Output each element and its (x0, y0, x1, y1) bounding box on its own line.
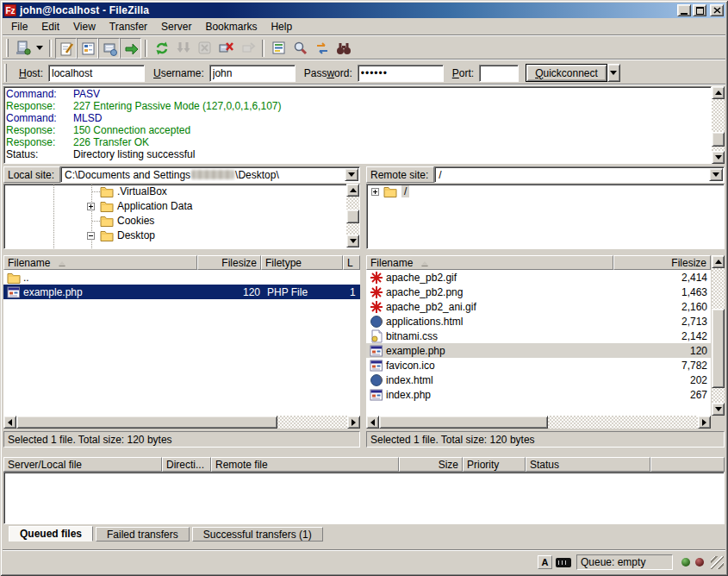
tree-expander-plus[interactable] (87, 203, 95, 210)
queue-column-size[interactable]: Size (399, 457, 463, 472)
maximize-button[interactable] (693, 4, 706, 16)
menu-help[interactable]: Help (264, 20, 299, 34)
refresh-file-lists-button[interactable] (151, 38, 172, 59)
tree-item-desktop[interactable]: Desktop (4, 229, 359, 243)
file-row[interactable]: apache_pb2_ani.gif2,160 (366, 299, 711, 314)
filename-text: .. (23, 272, 29, 284)
queue-column-priority[interactable]: Priority (463, 457, 526, 472)
port-input[interactable] (479, 65, 519, 82)
scrollbar-thumb[interactable] (16, 416, 277, 429)
password-input[interactable] (358, 65, 444, 82)
queue-list[interactable] (3, 472, 725, 524)
host-input[interactable] (48, 65, 145, 82)
file-row[interactable]: apache_pb2.png1,463 (366, 285, 711, 299)
titlebar[interactable]: Fz john@localhost - FileZilla (3, 3, 725, 18)
arrow-left-icon (370, 419, 375, 426)
queue-column-remote-file[interactable]: Remote file (211, 457, 399, 472)
file-row[interactable]: .. (3, 270, 360, 285)
grip-handle[interactable] (6, 39, 9, 57)
scroll-right-button[interactable] (347, 416, 360, 429)
toggle-local-tree-button[interactable] (77, 38, 98, 59)
file-row[interactable]: favicon.ico7,782 (366, 358, 711, 373)
tab-failed-transfers[interactable]: Failed transfers (96, 527, 190, 542)
site-manager-dropdown-button[interactable] (34, 38, 46, 59)
site-manager-button[interactable] (12, 38, 34, 59)
log-line-label: Response: (6, 124, 73, 136)
menu-file[interactable]: File (4, 20, 34, 34)
grip-handle[interactable] (4, 64, 7, 82)
column-header-filename[interactable]: Filename (3, 255, 197, 270)
scroll-down-button[interactable] (346, 235, 359, 247)
tree-item-cookies[interactable]: Cookies (4, 214, 359, 229)
cancel-operation-icon (197, 41, 213, 56)
toggle-remote-tree-button[interactable] (98, 38, 120, 59)
remote-list-scrollbar[interactable] (712, 255, 725, 416)
username-input[interactable] (209, 65, 296, 82)
file-row[interactable]: index.html202 (366, 373, 711, 387)
scroll-left-button[interactable] (3, 416, 16, 429)
remote-site-combo[interactable]: / (434, 166, 725, 183)
tree-item-application-data[interactable]: Application Data (4, 199, 359, 214)
scrollbar-thumb[interactable] (712, 309, 725, 388)
column-header-filesize[interactable]: Filesize (197, 255, 261, 270)
file-row[interactable]: example.php120 (366, 343, 711, 358)
scrollbar-thumb[interactable] (379, 416, 548, 429)
scrollbar-thumb[interactable] (712, 132, 725, 147)
directory-comparison-button[interactable] (289, 38, 311, 59)
minimize-button[interactable] (677, 4, 691, 16)
column-header-l[interactable]: L (343, 255, 360, 270)
file-row[interactable]: applications.html2,713 (366, 314, 711, 329)
find-files-button[interactable] (333, 38, 354, 59)
menu-edit[interactable]: Edit (34, 20, 66, 34)
menu-transfer[interactable]: Transfer (103, 20, 154, 34)
remote-hscrollbar[interactable] (366, 416, 711, 429)
file-row[interactable]: apache_pb2.gif2,414 (366, 270, 711, 285)
size-cell: 7,782 (613, 358, 711, 373)
queue-column-directi-[interactable]: Directi... (162, 457, 211, 472)
file-row[interactable]: index.php267 (366, 387, 711, 402)
disconnect-button[interactable] (215, 38, 237, 59)
scroll-up-button[interactable] (712, 86, 725, 99)
scroll-left-button[interactable] (366, 416, 379, 429)
file-row[interactable]: bitnami.css2,142 (366, 329, 711, 343)
queue-column-server-local-file[interactable]: Server/Local file (3, 457, 162, 472)
scrollbar-thumb[interactable] (346, 210, 359, 223)
close-button[interactable] (710, 4, 724, 16)
menu-bookmarks[interactable]: Bookmarks (198, 20, 264, 34)
tree-expander-plus[interactable] (371, 188, 379, 196)
queue-column-status[interactable]: Status (526, 457, 650, 472)
local-tree-scrollbar[interactable] (346, 184, 359, 247)
synchronized-browsing-button[interactable] (311, 38, 333, 59)
quickconnect-button[interactable]: Quickconnect (526, 64, 607, 82)
remote-path-dropdown-button[interactable] (709, 168, 723, 181)
local-site-combo[interactable]: C:\Documents and Settings\Desktop\ (60, 166, 360, 183)
tree-item-root[interactable]: / (367, 185, 724, 199)
scroll-up-button[interactable] (712, 255, 725, 268)
tab-successful-transfers-1-[interactable]: Successful transfers (1) (192, 527, 323, 542)
column-header-filetype[interactable]: Filetype (261, 255, 343, 270)
directory-listing-filters-button[interactable] (268, 38, 289, 59)
scroll-down-button[interactable] (712, 403, 725, 416)
local-hscrollbar[interactable] (3, 416, 360, 429)
column-header-label: Size (439, 459, 458, 471)
menu-server[interactable]: Server (154, 20, 198, 34)
menu-view[interactable]: View (66, 20, 103, 34)
toggle-message-log-button[interactable] (55, 38, 77, 59)
log-line-label: Response: (6, 100, 73, 112)
resize-grip[interactable] (711, 556, 724, 569)
column-header-filename[interactable]: Filename (366, 255, 613, 270)
tree-item--virtualbox[interactable]: .VirtualBox (4, 185, 359, 199)
tab-queued-files[interactable]: Queued files (9, 526, 93, 542)
scroll-right-button[interactable] (698, 416, 711, 429)
quickconnect-dropdown-button[interactable] (607, 64, 620, 82)
log-scrollbar[interactable] (712, 86, 725, 164)
scroll-up-button[interactable] (346, 184, 359, 197)
column-header-filesize[interactable]: Filesize (613, 255, 711, 270)
file-row[interactable]: example.php120PHP File1 (3, 285, 360, 299)
toggle-transfer-queue-button[interactable] (120, 38, 141, 59)
tree-expander-minus[interactable] (87, 232, 95, 240)
scroll-down-button[interactable] (712, 151, 725, 164)
local-path-dropdown-button[interactable] (345, 168, 358, 181)
php-file-icon (370, 345, 383, 357)
filezilla-window: Fz john@localhost - FileZilla FileEditVi… (0, 0, 728, 576)
